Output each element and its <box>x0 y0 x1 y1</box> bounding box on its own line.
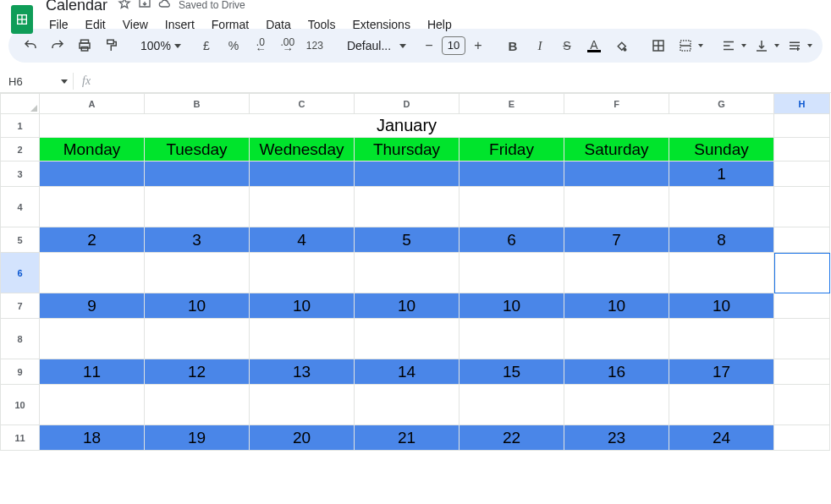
column-header-B[interactable]: B <box>145 94 250 114</box>
cell[interactable] <box>145 385 250 425</box>
menu-view[interactable]: View <box>116 16 155 33</box>
redo-button[interactable] <box>46 34 69 58</box>
increase-decimal-button[interactable]: .00→ <box>276 34 300 58</box>
cell[interactable]: 2 <box>40 227 145 253</box>
cell[interactable] <box>460 187 564 227</box>
increase-font-button[interactable]: + <box>469 36 487 55</box>
spreadsheet-grid[interactable]: ABCDEFGH1January2MondayTuesdayWednesdayT… <box>0 93 831 451</box>
row-header-8[interactable]: 8 <box>1 319 40 359</box>
merge-cells-button[interactable] <box>674 34 703 58</box>
column-header-G[interactable]: G <box>669 94 774 114</box>
document-title[interactable]: Calendar <box>42 0 111 14</box>
cell[interactable] <box>774 385 830 425</box>
cell[interactable]: 23 <box>564 425 669 451</box>
menu-help[interactable]: Help <box>421 16 459 33</box>
vertical-align-button[interactable] <box>750 34 779 58</box>
column-header-C[interactable]: C <box>250 94 355 114</box>
cell[interactable]: 16 <box>564 359 669 385</box>
cell[interactable] <box>564 253 669 293</box>
name-box[interactable]: H6 <box>0 75 73 88</box>
font-size-input[interactable]: 10 <box>442 36 465 55</box>
cell[interactable] <box>774 359 830 385</box>
menu-file[interactable]: File <box>42 16 75 33</box>
column-header-E[interactable]: E <box>460 94 564 114</box>
menu-format[interactable]: Format <box>205 16 256 33</box>
cell[interactable]: 21 <box>355 425 460 451</box>
cell[interactable] <box>564 385 669 425</box>
cell[interactable]: 19 <box>145 425 250 451</box>
cell[interactable] <box>564 319 669 359</box>
cell[interactable]: 10 <box>250 293 355 319</box>
cell[interactable] <box>774 425 830 451</box>
decrease-decimal-button[interactable]: .0← <box>249 34 272 58</box>
cell[interactable] <box>774 162 830 187</box>
cell[interactable] <box>250 319 355 359</box>
cell[interactable] <box>355 187 460 227</box>
cell[interactable] <box>40 385 145 425</box>
save-state-text[interactable]: Saved to Drive <box>179 0 245 11</box>
cell[interactable]: 8 <box>669 227 774 253</box>
strikethrough-button[interactable]: S <box>555 34 579 58</box>
format-currency-button[interactable]: £ <box>195 34 218 58</box>
cell[interactable] <box>355 253 460 293</box>
star-icon[interactable] <box>118 0 131 14</box>
cell[interactable] <box>774 227 830 253</box>
undo-button[interactable] <box>19 34 42 58</box>
row-header-6[interactable]: 6 <box>1 253 40 293</box>
cell[interactable] <box>40 162 145 187</box>
cell[interactable]: 24 <box>669 425 774 451</box>
cell[interactable] <box>774 253 830 293</box>
cell[interactable] <box>460 319 564 359</box>
text-color-button[interactable]: A <box>582 34 606 58</box>
menu-insert[interactable]: Insert <box>158 16 201 33</box>
cell[interactable]: 15 <box>460 359 564 385</box>
column-header-A[interactable]: A <box>40 94 145 114</box>
cell[interactable] <box>460 385 564 425</box>
more-formats-button[interactable]: 123 <box>303 34 327 58</box>
move-icon[interactable] <box>138 0 151 14</box>
cell[interactable] <box>774 187 830 227</box>
cell[interactable] <box>40 253 145 293</box>
format-percent-button[interactable]: % <box>222 34 245 58</box>
cell[interactable]: Saturday <box>564 138 669 162</box>
font-family-dropdown[interactable]: Defaul... <box>340 39 406 52</box>
row-header-1[interactable]: 1 <box>1 114 40 138</box>
paint-format-button[interactable] <box>100 34 124 58</box>
cell[interactable]: 22 <box>460 425 564 451</box>
cell[interactable] <box>774 114 830 138</box>
cell[interactable]: 11 <box>40 359 145 385</box>
cell[interactable]: Sunday <box>669 138 774 162</box>
row-header-7[interactable]: 7 <box>1 293 40 319</box>
menu-extensions[interactable]: Extensions <box>345 16 416 33</box>
cell[interactable]: 5 <box>355 227 460 253</box>
cell[interactable] <box>669 253 774 293</box>
cell[interactable] <box>774 293 830 319</box>
cell[interactable] <box>250 187 355 227</box>
cell[interactable]: 3 <box>145 227 250 253</box>
cell[interactable]: 4 <box>250 227 355 253</box>
cell[interactable]: 20 <box>250 425 355 451</box>
row-header-2[interactable]: 2 <box>1 138 40 162</box>
column-header-F[interactable]: F <box>564 94 669 114</box>
cell[interactable] <box>145 319 250 359</box>
more-toolbar-button[interactable] <box>783 34 812 58</box>
cell[interactable] <box>774 319 830 359</box>
cell[interactable] <box>355 319 460 359</box>
print-button[interactable] <box>73 34 96 58</box>
cell[interactable] <box>669 187 774 227</box>
cloud-saved-icon[interactable] <box>158 0 172 14</box>
cell[interactable]: 18 <box>40 425 145 451</box>
cell[interactable] <box>40 187 145 227</box>
decrease-font-button[interactable]: − <box>420 36 438 55</box>
cell[interactable]: January <box>40 114 774 138</box>
cell[interactable]: 10 <box>564 293 669 319</box>
cell[interactable]: 10 <box>460 293 564 319</box>
italic-button[interactable]: I <box>528 34 552 58</box>
cell[interactable]: 1 <box>669 162 774 187</box>
cell[interactable]: 10 <box>145 293 250 319</box>
cell[interactable] <box>460 253 564 293</box>
zoom-dropdown[interactable]: 100% <box>137 39 181 52</box>
cell[interactable] <box>355 162 460 187</box>
cell[interactable]: 14 <box>355 359 460 385</box>
cell[interactable] <box>460 162 564 187</box>
